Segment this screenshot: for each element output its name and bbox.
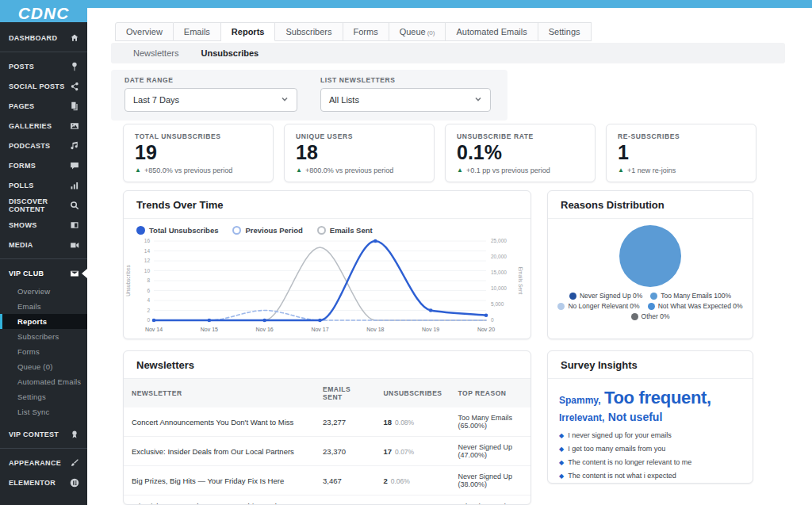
unsubscribes-value: 20.06% <box>375 466 450 495</box>
card-title: Reasons Distribution <box>548 191 753 219</box>
subtab-unsubscribes[interactable]: Unsubscribes <box>201 48 259 58</box>
sidebar-subitem-automated-emails[interactable]: Automated Emails <box>0 374 87 389</box>
tab-forms[interactable]: Forms <box>343 22 389 41</box>
legend-item-not-what-was-expected[interactable]: Not What Was Expected 0% <box>648 302 743 310</box>
sidebar-item-label: SHOWS <box>9 221 37 229</box>
stat-value: 19 <box>135 142 262 164</box>
unsubscribes-value: 180.08% <box>375 407 450 437</box>
tab-settings[interactable]: Settings <box>538 22 592 41</box>
emails-sent-value: 23,370 <box>315 437 375 466</box>
sidebar-subitem-reports[interactable]: Reports <box>0 314 87 329</box>
sidebar-item-appearance[interactable]: APPEARANCE <box>0 453 87 472</box>
newsletter-name: Concert Announcements You Don't Want to … <box>124 407 315 437</box>
sidebar-item-shows[interactable]: SHOWS <box>0 215 87 235</box>
legend-item-no-longer-relevant[interactable]: No Longer Relevant 0% <box>557 302 639 310</box>
sidebar-item-elementor[interactable]: ELEMENTOR <box>0 472 87 492</box>
sidebar-subitem-subscribers[interactable]: Subscribers <box>0 329 87 344</box>
legend-item-never-signed-up[interactable]: Never Signed Up 0% <box>569 292 642 300</box>
diamond-bullet-icon: ◆ <box>559 432 564 439</box>
survey-insights-card: Survey Insights Spammy, Too frequent, Ir… <box>547 350 753 484</box>
sidebar-subitem-overview[interactable]: Overview <box>0 284 87 299</box>
sidebar-item-galleries[interactable]: GALLERIES <box>0 116 87 136</box>
legend-dot <box>650 293 657 300</box>
reasons-pie-chart <box>619 225 681 287</box>
stat-value: 0.1% <box>457 142 584 164</box>
column-header-top-reason: TOP REASON <box>450 379 530 407</box>
survey-word-cloud: Spammy, Too frequent, Irrelevant, Not us… <box>548 379 753 427</box>
sidebar-item-label: VIP CONTEST <box>9 430 59 438</box>
sidebar-subitem-forms[interactable]: Forms <box>0 344 87 359</box>
stat-label: TOTAL UNSUBSCRIBES <box>135 132 262 140</box>
cloud-word: Too frequent, <box>604 388 711 407</box>
stat-card-re-subscribes: RE-SUBSCRIBES 1 ▲+1 new re-joins <box>606 124 756 182</box>
legend-item-too-many-emails[interactable]: Too Many Emails 100% <box>650 292 731 300</box>
tab-queue[interactable]: Queue(0) <box>389 22 446 41</box>
cloud-word: Not useful <box>608 411 662 423</box>
chevron-down-icon <box>281 95 289 105</box>
table-row: Exclusive: Insider Deals from Our Local … <box>124 437 530 466</box>
list-item: ◆The content is no longer relevant to me <box>559 458 741 466</box>
sidebar-item-dashboard[interactable]: DASHBOARD <box>0 28 87 48</box>
legend-dot <box>317 226 326 235</box>
sidebar-subitem-queue[interactable]: Queue (0) <box>0 359 87 374</box>
tab-reports[interactable]: Reports <box>221 22 276 41</box>
sidebar-item-pages[interactable]: PAGES <box>0 96 87 116</box>
sidebar-item-discover-content[interactable]: DISCOVER CONTENT <box>0 195 87 215</box>
date-range-select[interactable]: Last 7 Days <box>124 88 297 112</box>
svg-text:Nov 17: Nov 17 <box>311 327 328 332</box>
tab-automated-emails[interactable]: Automated Emails <box>446 22 538 41</box>
column-header-unsubscribes: UNSUBSCRIBES <box>375 379 450 407</box>
svg-text:Nov 15: Nov 15 <box>201 327 218 332</box>
legend-item-total-unsubscribes[interactable]: Total Unsubscribes <box>136 226 218 235</box>
newsletters-card: Newsletters NEWSLETTER EMAILS SENT UNSUB… <box>123 350 531 505</box>
sidebar-subitem-settings[interactable]: Settings <box>0 389 87 404</box>
poll-chart-icon <box>69 180 79 190</box>
list-item: ◆I never signed up for your emails <box>559 431 741 439</box>
sidebar-item-media[interactable]: MEDIA <box>0 235 87 254</box>
dashboard-icon <box>69 33 79 43</box>
list-newsletters-select[interactable]: All Lists <box>320 88 491 112</box>
sidebar-item-label: APPEARANCE <box>9 459 61 467</box>
sidebar-item-social-posts[interactable]: SOCIAL POSTS <box>0 76 87 96</box>
sidebar-divider <box>0 448 87 449</box>
elementor-icon <box>69 477 79 488</box>
sidebar-subitem-list-sync[interactable]: List Sync <box>0 404 87 419</box>
tab-subscribers[interactable]: Subscribers <box>275 22 343 41</box>
card-title: Newsletters <box>124 351 530 379</box>
newsletter-name: Win Tickets! Your Chance to See This Wee… <box>124 495 315 505</box>
tab-emails[interactable]: Emails <box>174 22 221 41</box>
queue-count-badge: (0) <box>427 29 435 36</box>
sidebar-item-label: PODCASTS <box>9 142 50 150</box>
sidebar-item-vip-club[interactable]: VIP CLUB <box>0 263 87 284</box>
tab-overview[interactable]: Overview <box>115 22 174 41</box>
sidebar-item-polls[interactable]: POLLS <box>0 175 87 195</box>
trend-up-icon: ▲ <box>618 167 624 174</box>
emails-sent-value: 23,277 <box>315 407 375 437</box>
svg-text:5,000: 5,000 <box>491 301 504 307</box>
legend-item-emails-sent[interactable]: Emails Sent <box>317 226 373 235</box>
svg-text:0: 0 <box>491 317 494 323</box>
sidebar-item-podcasts[interactable]: PODCASTS <box>0 136 87 155</box>
legend-dot <box>557 303 565 310</box>
sidebar-item-posts[interactable]: POSTS <box>0 56 87 76</box>
cloud-word: Irrelevant, <box>559 412 604 423</box>
sidebar-item-forms[interactable]: FORMS <box>0 155 87 175</box>
column-header-newsletter: NEWSLETTER <box>124 379 315 407</box>
legend-item-previous-period[interactable]: Previous Period <box>232 226 302 235</box>
svg-text:15,000: 15,000 <box>491 270 507 275</box>
pages-icon <box>69 101 79 111</box>
brush-icon <box>69 457 79 468</box>
emails-sent-value: 23,459 <box>315 495 375 505</box>
site-logo[interactable]: CDNC <box>0 0 87 22</box>
report-tabs: Overview Emails Reports Subscribers Form… <box>115 22 592 41</box>
diamond-bullet-icon: ◆ <box>559 472 564 480</box>
subtab-newsletters[interactable]: Newsletters <box>133 48 178 58</box>
survey-bullet-list: ◆I never signed up for your emails ◆I ge… <box>548 427 753 480</box>
sidebar-item-vip-contest[interactable]: VIP CONTEST <box>0 424 87 444</box>
comment-icon <box>69 160 79 170</box>
pin-icon <box>69 61 79 71</box>
svg-text:Nov 16: Nov 16 <box>256 327 274 332</box>
award-icon <box>69 429 79 439</box>
sidebar-subitem-emails[interactable]: Emails <box>0 299 87 314</box>
legend-item-other[interactable]: Other 0% <box>631 312 670 320</box>
